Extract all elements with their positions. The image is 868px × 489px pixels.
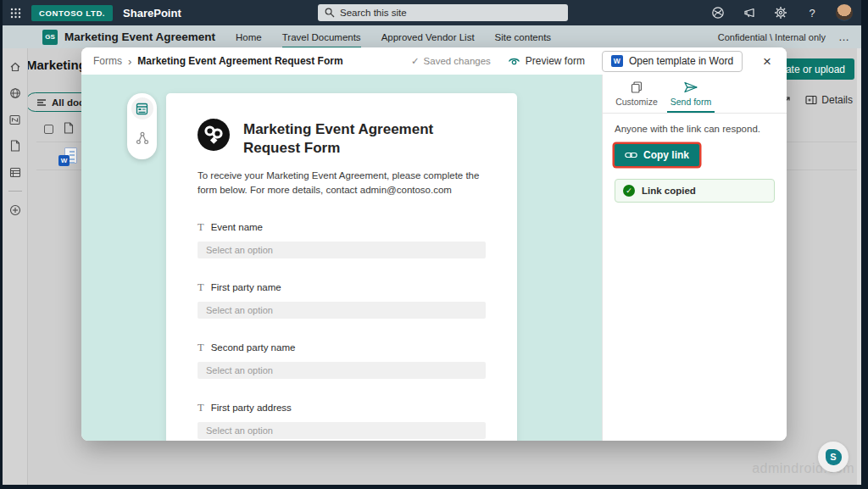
site-logo[interactable]: GS	[42, 30, 58, 45]
details-label: Details	[821, 94, 853, 106]
modal-header: Forms › Marketing Event Agreement Reques…	[81, 47, 787, 75]
details-pane-icon	[805, 95, 817, 105]
panel-tabs: Customize Send form	[603, 75, 787, 114]
settings-gear-icon[interactable]	[773, 5, 788, 20]
tab-customize[interactable]: Customize	[613, 81, 660, 113]
form-field-first-party-address: T First party address Select an option	[198, 402, 486, 439]
suite-bar: CONTOSO LTD. SharePoint ?	[3, 0, 861, 25]
eye-icon	[508, 57, 520, 66]
app-rail	[3, 48, 28, 485]
nav-item-site-contents[interactable]: Site contents	[495, 25, 551, 48]
sharepoint-badge-button[interactable]: S	[818, 442, 849, 472]
nav-item-travel-documents[interactable]: Travel Documents	[282, 25, 361, 48]
link-icon	[625, 151, 637, 159]
tab-send-form-label: Send form	[670, 97, 711, 107]
form-preview-card: Marketing Event Agreement Request Form T…	[166, 93, 517, 441]
preview-form-button[interactable]: Preview form	[508, 55, 585, 67]
header-overflow-icon[interactable]: …	[838, 31, 849, 43]
saved-status-label: Saved changes	[424, 56, 491, 66]
breadcrumb: Forms › Marketing Event Agreement Reques…	[93, 55, 343, 68]
sharepoint-logo: S	[826, 449, 842, 465]
form-fields-tool-button[interactable]	[131, 97, 153, 119]
check-icon: ✓	[411, 55, 420, 67]
form-field-event-name: T Event name Select an option	[198, 221, 486, 258]
lists-icon[interactable]	[8, 164, 23, 180]
account-avatar[interactable]	[836, 4, 853, 21]
copy-link-button[interactable]: Copy link	[615, 144, 699, 166]
word-logo: W	[58, 155, 70, 166]
text-field-type-icon: T	[198, 221, 204, 234]
word-icon: W	[611, 55, 623, 67]
rail-divider	[8, 191, 22, 192]
field-label-row: T Second party name	[198, 342, 486, 354]
open-template-in-word-button[interactable]: W Open template in Word	[602, 51, 743, 72]
send-form-panel: Customize Send form Anyone with the link…	[602, 75, 787, 441]
send-form-content: Anyone with the link can respond. Copy l…	[603, 114, 787, 213]
field-input[interactable]: Select an option	[198, 362, 486, 379]
waffle-icon	[10, 8, 21, 19]
field-input[interactable]: Select an option	[198, 302, 486, 319]
tab-send-form[interactable]: Send form	[667, 81, 715, 113]
field-label: Second party name	[211, 342, 296, 353]
field-label: First party address	[211, 403, 292, 413]
details-pane-button[interactable]: Details	[805, 94, 853, 106]
field-input[interactable]: Select an option	[198, 242, 486, 258]
nav-item-home[interactable]: Home	[236, 25, 262, 48]
megaphone-icon[interactable]	[742, 5, 757, 20]
page-scrollbar[interactable]	[857, 48, 861, 485]
form-grid-icon	[136, 103, 148, 115]
view-menu-icon	[36, 98, 47, 107]
screen: CONTOSO LTD. SharePoint ?	[3, 0, 861, 485]
app-name[interactable]: SharePoint	[123, 7, 181, 19]
canvas-toolbar	[127, 93, 157, 159]
form-title: Marketing Event Agreement Request Form	[243, 119, 486, 158]
text-field-type-icon: T	[198, 342, 204, 354]
app-launcher-icon[interactable]	[3, 0, 28, 25]
breadcrumb-current: Marketing Event Agreement Request Form	[137, 55, 342, 67]
document-icon[interactable]	[8, 138, 23, 153]
site-header: GS Marketing Event Agreement Home Travel…	[3, 25, 861, 48]
text-field-type-icon: T	[198, 402, 204, 414]
customize-pages-icon	[630, 81, 643, 94]
tab-customize-label: Customize	[615, 97, 658, 107]
org-badge[interactable]: CONTOSO LTD.	[31, 5, 113, 21]
field-label: First party name	[211, 282, 281, 292]
field-label: Event name	[211, 222, 263, 232]
text-field-type-icon: T	[198, 281, 204, 294]
form-field-second-party-name: T Second party name Select an option	[198, 342, 486, 379]
create-plus-icon[interactable]	[8, 203, 23, 218]
site-nav: Home Travel Documents Approved Vendor Li…	[236, 25, 551, 48]
success-check-icon: ✓	[623, 185, 635, 197]
copy-link-label: Copy link	[643, 149, 689, 161]
close-icon[interactable]: ×	[760, 53, 775, 70]
open-template-label: Open template in Word	[629, 55, 733, 67]
help-icon[interactable]: ?	[804, 5, 820, 20]
field-label-row: T Event name	[198, 221, 486, 234]
saved-status: ✓ Saved changes	[411, 55, 491, 67]
news-icon[interactable]	[8, 112, 23, 127]
search-input[interactable]	[318, 4, 568, 21]
home-icon[interactable]	[8, 59, 23, 75]
field-input[interactable]: Select an option	[198, 422, 486, 439]
nav-item-approved-vendor-list[interactable]: Approved Vendor List	[381, 25, 475, 48]
chevron-right-icon: ›	[128, 55, 131, 68]
share-permission-text: Anyone with the link can respond.	[615, 124, 775, 134]
breadcrumb-forms-link[interactable]: Forms	[93, 55, 122, 67]
word-file-icon[interactable]: W	[58, 147, 77, 166]
m365-sphere-icon[interactable]	[710, 5, 726, 20]
preview-form-label: Preview form	[526, 55, 585, 67]
file-type-column-icon	[64, 122, 74, 134]
field-label-row: T First party name	[198, 281, 486, 294]
window-frame: CONTOSO LTD. SharePoint ?	[0, 0, 868, 489]
field-label-row: T First party address	[198, 402, 486, 414]
forms-modal: Forms › Marketing Event Agreement Reques…	[81, 47, 787, 441]
suite-icon-group: ?	[710, 0, 853, 25]
form-field-first-party-name: T First party name Select an option	[198, 281, 486, 319]
link-copied-toast: ✓ Link copied	[615, 179, 775, 203]
workflow-tool-button[interactable]	[131, 127, 153, 149]
globe-icon[interactable]	[8, 86, 23, 101]
link-copied-label: Link copied	[642, 186, 696, 196]
select-all-checkbox[interactable]	[44, 125, 53, 134]
branch-icon	[136, 131, 149, 145]
form-description: To receive your Marketing Event Agreemen…	[198, 169, 486, 198]
